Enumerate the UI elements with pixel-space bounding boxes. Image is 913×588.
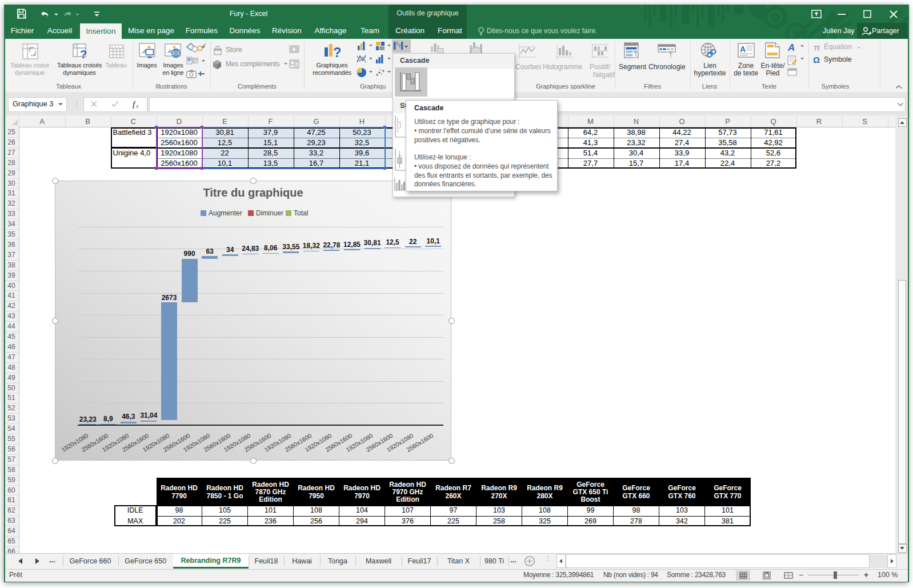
svg-text:A: A <box>787 42 795 53</box>
svg-text:x: x <box>135 103 139 109</box>
svg-text:?: ? <box>80 48 87 60</box>
svg-text:A: A <box>740 45 746 54</box>
svg-text:?: ? <box>333 45 341 59</box>
